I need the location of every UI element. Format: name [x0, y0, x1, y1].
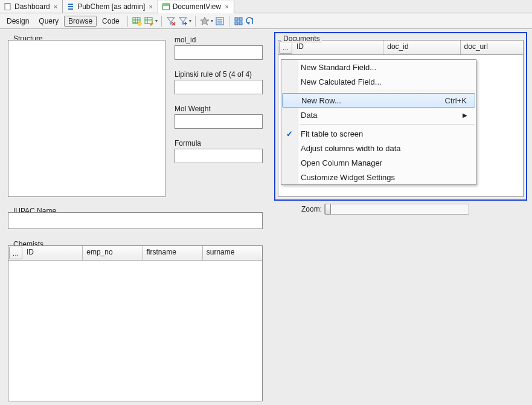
tab-dashboard[interactable]: Dashboard ×: [0, 0, 63, 13]
menu-fit-table[interactable]: ✓ Fit table to screen: [281, 126, 476, 141]
grid-edit-icon[interactable]: [144, 16, 155, 27]
tiles-icon[interactable]: [233, 16, 244, 27]
svg-rect-6: [162, 4, 169, 5]
check-icon: ✓: [286, 129, 293, 138]
menu-item-label: New Row...: [301, 96, 341, 105]
blank-doc-icon: [4, 2, 12, 11]
zoom-slider[interactable]: [324, 204, 469, 215]
svg-rect-28: [235, 18, 238, 21]
formula-label: Formula: [175, 139, 201, 147]
svg-marker-23: [200, 17, 209, 25]
undo-nav-icon[interactable]: [245, 16, 256, 27]
menu-item-label: Open Column Manager: [301, 158, 382, 167]
separator: [127, 16, 128, 27]
svg-rect-29: [239, 18, 242, 21]
toolbar: Design Query Browse Code ▾ ▾ ▾: [0, 13, 532, 29]
zoom-control: Zoom:: [301, 204, 469, 215]
tab-label: DocumentView: [173, 2, 221, 11]
column-header[interactable]: doc_id: [383, 40, 460, 54]
svg-rect-30: [235, 22, 238, 25]
editor-tabstrip: Dashboard × PubChem [as admin] × Documen…: [0, 0, 532, 13]
menu-item-label: Data: [301, 111, 317, 120]
list-form-icon[interactable]: [214, 16, 225, 27]
zoom-label: Zoom:: [301, 205, 322, 213]
tab-label: PubChem [as admin]: [77, 2, 145, 11]
main-area: Structure mol_id Lipinski rule of 5 (4 o…: [0, 29, 532, 405]
chemists-header-row: … ID emp_no firstname surname: [8, 246, 262, 261]
iupac-field[interactable]: [8, 212, 263, 229]
close-icon[interactable]: ×: [223, 3, 229, 10]
mode-code[interactable]: Code: [98, 16, 124, 27]
menu-separator: [300, 91, 475, 91]
grid-new-icon[interactable]: [132, 16, 143, 27]
mode-design[interactable]: Design: [2, 16, 33, 27]
funnel-clear-icon[interactable]: [165, 16, 176, 27]
dropdown-arrow-icon[interactable]: ▾: [155, 18, 158, 24]
dropdown-arrow-icon[interactable]: ▾: [189, 18, 191, 24]
dropdown-arrow-icon[interactable]: ▾: [211, 18, 213, 24]
menu-item-label: Fit table to screen: [301, 129, 363, 138]
form-view-icon: [162, 2, 170, 11]
svg-rect-13: [145, 18, 152, 24]
lipinski-field[interactable]: [175, 80, 263, 94]
tab-pubchem[interactable]: PubChem [as admin] ×: [63, 0, 158, 13]
close-icon[interactable]: ×: [53, 3, 59, 10]
mode-browse[interactable]: Browse: [64, 16, 97, 27]
separator: [161, 16, 162, 27]
documents-label: Documents: [281, 34, 322, 43]
close-icon[interactable]: ×: [147, 3, 153, 10]
submenu-arrow-icon: ▶: [438, 112, 467, 118]
column-header[interactable]: doc_url: [461, 40, 523, 54]
funnel-add-icon[interactable]: [178, 16, 188, 27]
chemists-table[interactable]: … ID emp_no firstname surname: [8, 245, 263, 401]
menu-new-row[interactable]: New Row... Ctrl+K: [282, 93, 475, 108]
menu-new-standard-field[interactable]: New Standard Field...: [281, 60, 476, 74]
svg-point-12: [138, 22, 141, 25]
mol-weight-field[interactable]: [175, 114, 263, 129]
lipinski-label: Lipinski rule of 5 (4 of 4): [175, 70, 252, 79]
row-menu-button[interactable]: …: [9, 247, 22, 259]
row-menu-button[interactable]: …: [279, 41, 292, 54]
formula-field[interactable]: [175, 149, 263, 163]
tab-documentview[interactable]: DocumentView ×: [158, 1, 234, 13]
separator: [229, 16, 229, 27]
structure-panel[interactable]: [8, 40, 165, 197]
mol-weight-label: Mol Weight: [175, 105, 211, 113]
menu-item-label: Customize Widget Settings: [301, 173, 395, 182]
zoom-thumb[interactable]: [325, 204, 331, 215]
star-icon[interactable]: [199, 16, 210, 27]
svg-rect-31: [239, 22, 242, 25]
svg-rect-0: [5, 3, 10, 10]
mol-id-field[interactable]: [175, 45, 263, 60]
column-header[interactable]: emp_no: [83, 246, 143, 260]
column-header[interactable]: surname: [203, 246, 262, 260]
menu-customize-widget[interactable]: Customize Widget Settings: [281, 170, 476, 184]
mode-query[interactable]: Query: [34, 16, 63, 27]
menu-item-label: New Calculated Field...: [301, 77, 382, 86]
context-menu: New Standard Field... New Calculated Fie…: [281, 59, 476, 185]
menu-separator: [300, 124, 475, 125]
menu-adjust-columns[interactable]: Adjust columns width to data: [281, 141, 476, 155]
tab-label: Dashboard: [14, 2, 50, 11]
db-lines-icon: [66, 2, 75, 11]
menu-item-label: New Standard Field...: [301, 63, 376, 72]
menu-new-calculated-field[interactable]: New Calculated Field...: [281, 74, 476, 89]
svg-marker-16: [150, 22, 153, 26]
separator: [195, 16, 196, 27]
menu-data-submenu[interactable]: Data ▶: [281, 108, 476, 122]
column-header[interactable]: ID: [23, 246, 83, 260]
column-header[interactable]: firstname: [143, 246, 203, 260]
mol-id-label: mol_id: [175, 36, 196, 44]
menu-open-column-manager[interactable]: Open Column Manager: [281, 155, 476, 170]
menu-item-label: Adjust columns width to data: [301, 144, 400, 153]
menu-accelerator: Ctrl+K: [421, 96, 467, 105]
